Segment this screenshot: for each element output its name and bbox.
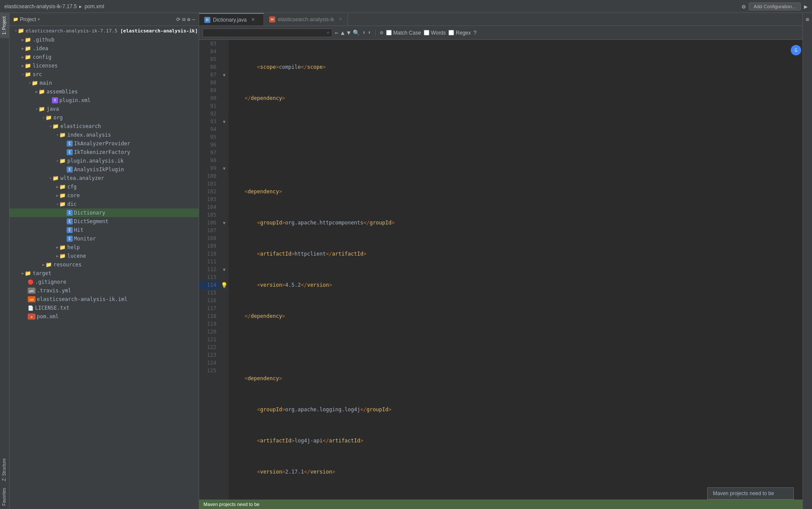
lightbulb-114[interactable]: 💡 xyxy=(220,281,229,289)
tab-close-elasticsearch[interactable]: ✕ xyxy=(338,16,342,22)
tree-label-core: core xyxy=(67,192,80,198)
line-120: 120 xyxy=(199,328,220,336)
fold-93[interactable]: ▼ xyxy=(220,118,229,125)
tree-label-assemblies: assemblies xyxy=(46,89,77,95)
tree-item-lucene[interactable]: ▶ 📁 lucene xyxy=(10,252,199,260)
help-question-icon[interactable]: ? xyxy=(474,29,477,36)
line-119: 119 xyxy=(199,320,220,328)
tree-item-plugin-analysis-ik[interactable]: ▾ 📁 plugin.analysis.ik xyxy=(10,157,199,165)
tree-item-main[interactable]: ▾ 📁 main xyxy=(10,79,199,87)
tree-item-IkTokenizerFactory[interactable]: C IkTokenizerFactory xyxy=(10,148,199,157)
tree-item-license[interactable]: 📄 LICENSE.txt xyxy=(10,304,199,312)
run-config-icon: ⚙ xyxy=(742,3,745,10)
tree-item-github[interactable]: ▶ 📁 .github xyxy=(10,35,199,44)
fold-99[interactable]: ▼ xyxy=(220,164,229,172)
tree-item-IkAnalyzerProvider[interactable]: C IkAnalyzerProvider xyxy=(10,139,199,148)
tree-item-resources[interactable]: ▶ 📁 resources xyxy=(10,260,199,269)
tree-label-idea: .idea xyxy=(32,45,48,51)
next-occurrence-icon[interactable]: ⬇ xyxy=(368,30,371,35)
code-line-94: <groupId>org.apache.logging.log4j</group… xyxy=(232,406,786,413)
line-100: 100 xyxy=(199,172,220,180)
tree-item-index-analysis[interactable]: ▾ 📁 index.analysis xyxy=(10,131,199,139)
tree-item-assemblies[interactable]: ▶ 📁 assemblies xyxy=(10,87,199,96)
tree-label-config: config xyxy=(32,54,51,60)
words-checkbox[interactable] xyxy=(424,30,429,35)
tree-item-java[interactable]: ▾ 📁 java xyxy=(10,105,199,113)
tree-label-dic: dic xyxy=(67,201,77,207)
fold-112[interactable]: ▼ xyxy=(220,266,229,273)
tree-item-target[interactable]: ▶ 📁 target xyxy=(10,269,199,278)
search-down-icon[interactable]: ▼ xyxy=(347,29,351,36)
tree-item-plugin-xml[interactable]: X plugin.xml xyxy=(10,96,199,105)
prev-occurrence-icon[interactable]: ⬆ xyxy=(362,30,365,35)
line-87: 87 xyxy=(199,71,220,79)
tree-item-pom-xml[interactable]: m pom.xml xyxy=(10,312,199,321)
sync-icon[interactable]: ⟳ xyxy=(176,16,180,22)
line-111: 111 xyxy=(199,258,220,266)
search-clear-icon[interactable]: ✕ xyxy=(326,30,329,35)
match-case-checkbox[interactable] xyxy=(386,30,392,35)
filter-icon[interactable]: ⊘ xyxy=(380,29,383,36)
tree-item-AnalysisIkPlugin[interactable]: C AnalysisIkPlugin xyxy=(10,165,199,174)
tree-item-licenses[interactable]: ▶ 📁 licenses xyxy=(10,61,199,70)
tree-item-config[interactable]: ▶ 📁 config xyxy=(10,53,199,61)
search-back-icon[interactable]: ← xyxy=(335,29,338,36)
tree-item-travis-yml[interactable]: yml .travis.yml xyxy=(10,286,199,295)
run-arrow-button[interactable]: ▶ xyxy=(804,3,808,10)
line-113: 113 xyxy=(199,273,220,281)
add-configuration-button[interactable]: Add Configuration... xyxy=(749,3,800,10)
tree-item-DictSegment[interactable]: C DictSegment xyxy=(10,217,199,226)
tree-item-Monitor[interactable]: C Monitor xyxy=(10,234,199,243)
line-96: 96 xyxy=(199,141,220,149)
line-98: 98 xyxy=(199,157,220,164)
tab-dictionary-java[interactable]: D Dictionary.java ✕ xyxy=(199,13,264,26)
tree-item-root[interactable]: ▾ 📁 elasticsearch-analysis-ik-7.17.5 [el… xyxy=(10,26,199,35)
search-input[interactable] xyxy=(206,30,326,36)
tree-label-licenses: licenses xyxy=(32,63,58,69)
tab-close-dictionary-java[interactable]: ✕ xyxy=(251,17,255,22)
search-find-icon[interactable]: 🔍 xyxy=(353,29,360,36)
tree-item-dic[interactable]: ▾ 📁 dic xyxy=(10,200,199,208)
regex-option[interactable]: Regex xyxy=(448,30,471,36)
line-94: 94 xyxy=(199,125,220,133)
tree-item-core[interactable]: ▶ 📁 core xyxy=(10,191,199,200)
fold-87[interactable]: ▼ xyxy=(220,71,229,79)
tree-item-Hit[interactable]: C Hit xyxy=(10,226,199,234)
words-option[interactable]: Words xyxy=(424,30,446,36)
tree-label-Hit: Hit xyxy=(74,227,84,233)
code-content[interactable]: <scope>compile</scope> </dependency> <de… xyxy=(229,40,789,499)
tree-item-org[interactable]: ▾ 📁 org xyxy=(10,113,199,122)
code-line-93: <dependency> xyxy=(232,375,786,382)
tree-item-elasticsearch[interactable]: ▾ 📁 elasticsearch xyxy=(10,122,199,131)
line-85: 85 xyxy=(199,55,220,63)
tree-label-cfg: cfg xyxy=(67,184,77,190)
tree-label-java: java xyxy=(46,106,59,112)
tree-item-src[interactable]: ▾ 📁 src xyxy=(10,70,199,79)
tree-item-help[interactable]: ▶ 📁 help xyxy=(10,243,199,252)
minimize-icon[interactable]: — xyxy=(192,16,195,22)
tree-item-Dictionary[interactable]: C Dictionary xyxy=(10,208,199,217)
tree-item-gitignore[interactable]: 🔴 .gitignore xyxy=(10,278,199,286)
tree-item-idea[interactable]: ▶ 📁 .idea xyxy=(10,44,199,53)
collapse-all-icon[interactable]: ⊟ xyxy=(182,16,185,22)
tree-label-Monitor: Monitor xyxy=(74,236,96,242)
search-up-icon[interactable]: ▲ xyxy=(341,29,345,36)
sidebar-tab-structure[interactable]: Z: Structure xyxy=(0,455,9,484)
tree-item-wltea-analyzer[interactable]: ▾ 📁 wltea.analyzer xyxy=(10,174,199,182)
tab-elasticsearch-analysis-ik[interactable]: m elasticsearch-analysis-ik ✕ xyxy=(264,13,348,26)
tree-item-cfg[interactable]: ▶ 📁 cfg xyxy=(10,182,199,191)
fold-106[interactable]: ▼ xyxy=(220,219,229,227)
code-line-83: <scope>compile</scope> xyxy=(232,63,786,71)
code-line-90: <version>4.5.2</version> xyxy=(232,281,786,289)
code-line-84: </dependency> xyxy=(232,94,786,102)
chrome-icon: G xyxy=(791,45,801,55)
match-case-option[interactable]: Match Case xyxy=(386,30,421,36)
regex-checkbox[interactable] xyxy=(448,30,454,35)
line-99: 99 xyxy=(199,164,220,172)
sidebar-tab-favorites[interactable]: Favorites xyxy=(0,484,9,509)
settings-icon[interactable]: ⚙ xyxy=(187,16,190,22)
sidebar-tab-project[interactable]: 1: Project xyxy=(0,13,9,38)
tree-label-Dictionary: Dictionary xyxy=(74,210,105,216)
tree-item-iml[interactable]: iml elasticsearch-analysis-ik.iml xyxy=(10,295,199,304)
right-panel-icon-1[interactable]: ⊞ xyxy=(804,15,811,24)
